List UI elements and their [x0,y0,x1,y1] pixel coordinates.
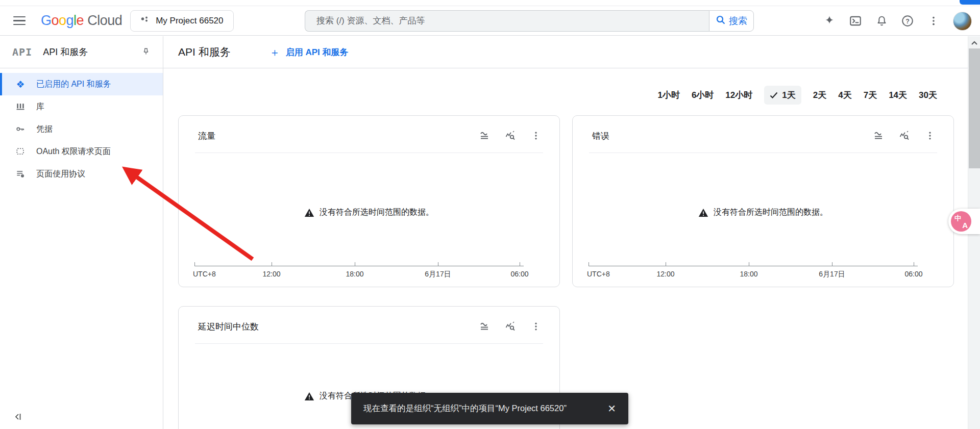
svg-text:?: ? [905,18,910,25]
toast-close-button[interactable]: ✕ [607,403,616,414]
explore-data-icon[interactable] [898,130,911,142]
chart-style-icon[interactable] [479,320,491,333]
browser-corner-artifact [960,0,980,5]
axis-label-date: 6月17日 [425,270,451,279]
oauth-consent-icon [14,145,27,158]
time-range-1d-label: 1天 [782,89,795,101]
sidebar-nav: ❖ 已启用的 API 和服务 库 凭据 OAuth 权限请求页面 [0,68,163,185]
time-range-4d[interactable]: 4天 [838,89,851,101]
time-range-selector: 1小时 6小时 12小时 1天 2天 4天 7天 14天 30天 [657,86,937,105]
enabled-apis-icon: ❖ [14,78,27,90]
card-more-icon[interactable] [530,130,542,142]
sidebar-item-label: 库 [36,102,44,112]
cloud-shell-icon[interactable] [849,14,862,28]
no-data-message: 没有符合所选时间范围的数据。 [320,207,434,218]
search-button-label: 搜索 [729,15,747,27]
sidebar-item-oauth-consent[interactable]: OAuth 权限请求页面 [0,140,163,163]
x-axis: UTC+8 12:00 18:00 6月17日 06:00 [589,266,918,266]
pin-icon[interactable] [141,47,151,57]
sidebar-item-label: OAuth 权限请求页面 [36,146,111,157]
content: API API 和服务 ❖ 已启用的 API 和服务 库 凭据 [0,36,980,429]
search-icon [716,15,726,28]
collapse-sidebar-icon[interactable] [13,412,23,424]
project-dots-icon [140,16,149,26]
card-divider [589,153,937,153]
time-range-1h[interactable]: 1小时 [657,89,679,101]
header-icons: ? [823,6,972,36]
card-divider [195,343,543,344]
project-selector[interactable]: My Project 66520 [130,10,233,32]
sidebar: API API 和服务 ❖ 已启用的 API 和服务 库 凭据 [0,36,163,429]
enable-apis-label: 启用 API 和服务 [286,46,349,58]
browser-strip [0,0,980,6]
search-box[interactable] [305,10,709,32]
sidebar-item-label: 已启用的 API 和服务 [36,79,111,90]
chart-style-icon[interactable] [873,130,885,142]
google-cloud-logo[interactable]: Google Cloud [41,13,122,29]
logo-cloud-text: Cloud [87,13,122,28]
axis-label-1800: 18:00 [740,270,757,278]
usage-agreement-icon [14,168,27,180]
page-title: API 和服务 [178,45,231,59]
time-range-12h[interactable]: 12小时 [725,89,752,101]
axis-label-0600: 06:00 [904,270,922,278]
warning-icon [698,208,708,217]
avatar[interactable] [953,12,972,31]
traffic-card: 流量 没有符合所选时间范围的数据。 [178,115,560,287]
explore-data-icon[interactable] [504,320,517,333]
sidebar-item-enabled-apis[interactable]: ❖ 已启用的 API 和服务 [0,73,163,95]
app-header: Google Cloud My Project 66520 搜索 ? [0,6,980,36]
scroll-up-icon[interactable] [968,38,980,48]
axis-label-date: 6月17日 [819,270,845,279]
sidebar-item-library[interactable]: 库 [0,95,163,118]
time-range-6h[interactable]: 6小时 [692,89,714,101]
axis-label-utc: UTC+8 [193,270,216,278]
time-range-1d-selected[interactable]: 1天 [764,86,801,105]
menu-icon[interactable] [13,16,26,26]
search-bar: 搜索 [305,10,754,32]
bell-icon[interactable] [875,14,888,28]
axis-label-utc: UTC+8 [587,270,610,278]
check-icon [770,92,778,99]
toast-message: 现在查看的是组织“无组织”中的项目“My Project 66520” [363,403,567,414]
sidebar-item-credentials[interactable]: 凭据 [0,118,163,140]
axis-label-0600: 06:00 [510,270,528,278]
sidebar-item-label: 页面使用协议 [36,169,85,180]
search-button[interactable]: 搜索 [709,10,754,32]
traffic-card-title: 流量 [198,130,215,142]
errors-card-title: 错误 [592,130,609,142]
search-input[interactable] [305,16,709,26]
sidebar-item-label: 凭据 [36,124,53,135]
sidebar-header: API API 和服务 [0,36,163,68]
key-icon [14,123,27,135]
help-icon[interactable]: ? [901,14,914,28]
time-range-7d[interactable]: 7天 [864,89,877,101]
gemini-icon[interactable] [823,14,836,28]
more-vert-icon[interactable] [927,14,940,28]
card-more-icon[interactable] [924,130,936,142]
x-axis: UTC+8 12:00 18:00 6月17日 06:00 [194,266,524,266]
main-panel: API 和服务 ＋ 启用 API 和服务 1小时 6小时 12小时 1天 2天 … [163,36,968,429]
card-divider [195,153,543,153]
library-icon [14,100,27,113]
axis-label-1200: 12:00 [262,270,280,278]
time-range-14d[interactable]: 14天 [889,89,907,101]
axis-label-1800: 18:00 [346,270,363,278]
plus-icon: ＋ [270,47,280,58]
enable-apis-button[interactable]: ＋ 启用 API 和服务 [270,46,349,58]
card-more-icon[interactable] [530,320,542,333]
scrollbar-thumb[interactable] [969,48,980,168]
sidebar-item-page-usage[interactable]: 页面使用协议 [0,163,163,185]
warning-icon [304,392,314,401]
time-range-2d[interactable]: 2天 [813,89,826,101]
sidebar-title: API 和服务 [43,46,88,58]
page-header: API 和服务 ＋ 启用 API 和服务 [163,36,968,68]
time-range-30d[interactable]: 30天 [919,89,937,101]
axis-label-1200: 12:00 [656,270,674,278]
latency-card-title: 延迟时间中位数 [198,321,259,333]
project-name: My Project 66520 [156,16,223,26]
translate-badge[interactable]: 中A [948,209,980,234]
no-data-message: 没有符合所选时间范围的数据。 [714,207,828,218]
chart-style-icon[interactable] [479,130,491,142]
explore-data-icon[interactable] [504,130,517,142]
